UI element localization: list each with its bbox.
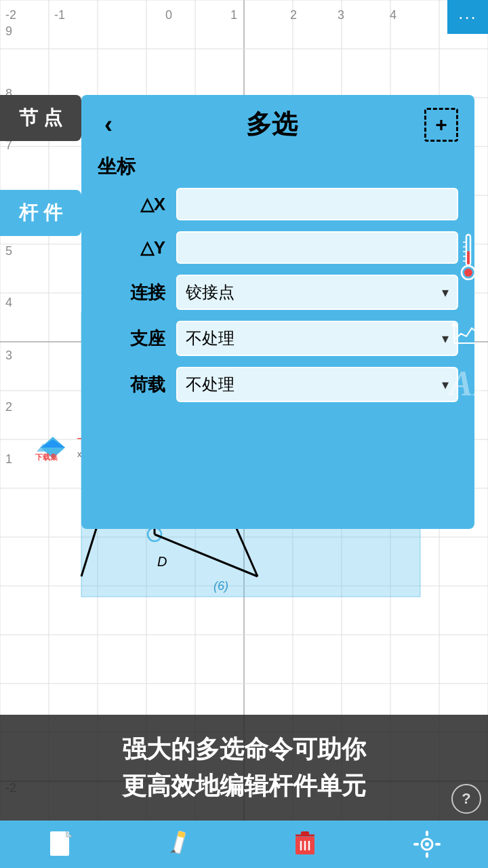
svg-text:0: 0 (165, 8, 172, 22)
svg-text:3: 3 (5, 349, 12, 362)
support-label: 支座 (98, 327, 165, 351)
svg-text:9: 9 (5, 24, 12, 38)
svg-rect-90 (426, 831, 428, 836)
svg-text:-2: -2 (5, 8, 16, 22)
svg-rect-60 (467, 251, 470, 264)
properties-panel: ‹ 多选 + 坐标 △X △Y 连接 铰接点 ▾ 支座 不处理 ▾ 荷载 不处理… (81, 95, 474, 529)
svg-rect-92 (413, 843, 419, 846)
banner-text-line1: 强大的多选命令可助你 (20, 731, 468, 768)
connection-select[interactable]: 铰接点 ▾ (176, 275, 458, 310)
support-value: 不处理 (186, 328, 235, 349)
delta-x-label: △X (98, 194, 165, 215)
more-options-icon: ··· (458, 7, 477, 28)
connection-label: 连接 (98, 281, 165, 304)
back-button[interactable]: ‹ (98, 108, 119, 142)
delete-button[interactable] (287, 827, 323, 862)
sidebar-item-member[interactable]: 杆 件 (0, 190, 81, 236)
delta-y-row: △Y (81, 226, 474, 269)
edit-button[interactable] (165, 827, 201, 862)
ai-label: AI (449, 366, 487, 401)
coordinate-section-label: 坐标 (81, 149, 474, 182)
connection-row: 连接 铰接点 ▾ (81, 269, 474, 315)
svg-text:1: 1 (230, 8, 237, 22)
svg-rect-91 (426, 852, 428, 858)
svg-text:-1: -1 (54, 8, 65, 22)
more-options-button[interactable]: ··· (447, 0, 488, 34)
svg-text:2: 2 (5, 400, 12, 414)
svg-text:(6): (6) (214, 579, 228, 593)
tip-banner: 强大的多选命令可助你 更高效地编辑杆件单元 (0, 715, 488, 821)
load-label: 荷载 (98, 373, 165, 397)
add-button[interactable]: + (424, 108, 458, 142)
svg-text:4: 4 (390, 8, 396, 22)
load-value: 不处理 (186, 374, 235, 395)
delta-y-input[interactable] (176, 231, 458, 264)
chart-icon[interactable]: T (451, 305, 486, 346)
load-chevron-icon: ▾ (442, 376, 449, 393)
svg-text:1: 1 (5, 452, 12, 466)
support-chevron-icon: ▾ (442, 330, 449, 347)
bottom-toolbar (0, 821, 488, 868)
svg-marker-74 (41, 439, 65, 448)
panel-title: 多选 (119, 107, 424, 142)
svg-point-62 (464, 269, 472, 277)
connection-chevron-icon: ▾ (442, 284, 449, 300)
settings-button[interactable] (409, 827, 445, 862)
panel-header: ‹ 多选 + (81, 95, 474, 149)
svg-text:下载集: 下载集 (35, 453, 58, 461)
sidebar-item-node[interactable]: 节 点 (0, 95, 81, 141)
thermometer-icon[interactable] (452, 231, 485, 285)
node-tab-label: 节 点 (19, 107, 62, 128)
svg-text:5: 5 (5, 244, 12, 258)
new-document-button[interactable] (43, 827, 79, 862)
svg-text:2: 2 (290, 8, 297, 22)
load-select[interactable]: 不处理 ▾ (176, 367, 458, 402)
svg-text:D: D (157, 554, 167, 569)
svg-text:3: 3 (338, 8, 344, 22)
svg-point-89 (425, 842, 429, 846)
connection-value: 铰接点 (186, 281, 235, 303)
delta-x-row: △X (81, 182, 474, 226)
support-row: 支座 不处理 ▾ (81, 315, 474, 361)
delta-x-input[interactable] (176, 188, 458, 220)
svg-text:4: 4 (5, 296, 12, 309)
load-row: 荷载 不处理 ▾ (81, 361, 474, 408)
delta-y-label: △Y (98, 237, 165, 258)
member-tab-label: 杆 件 (19, 202, 62, 223)
help-button[interactable]: ? (451, 784, 481, 814)
svg-rect-93 (435, 843, 441, 846)
support-select[interactable]: 不处理 ▾ (176, 321, 458, 356)
banner-text-line2: 更高效地编辑杆件单元 (20, 768, 468, 804)
svg-rect-84 (301, 831, 309, 836)
